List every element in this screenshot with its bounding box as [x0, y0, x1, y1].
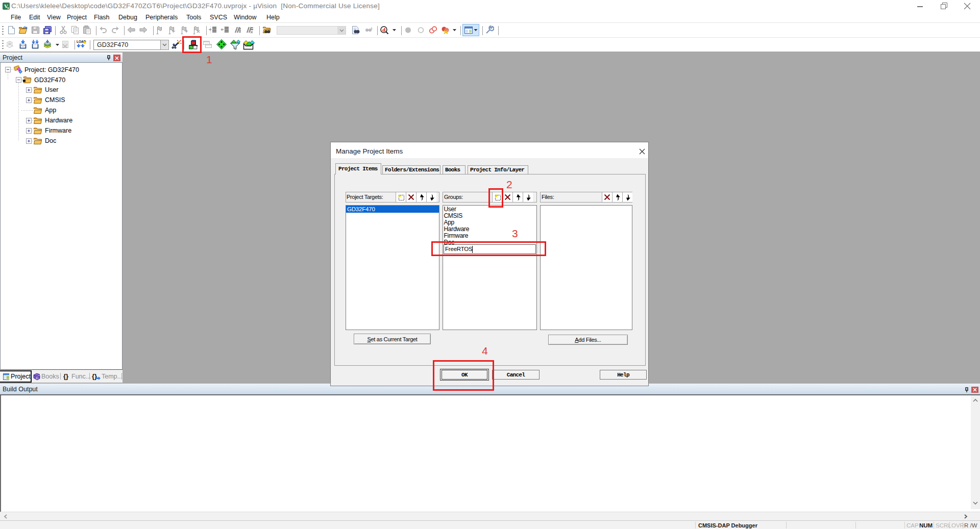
svg-text:?: ?: [36, 376, 39, 381]
svg-text:s: s: [7, 6, 9, 10]
svg-text:d: d: [382, 27, 385, 33]
